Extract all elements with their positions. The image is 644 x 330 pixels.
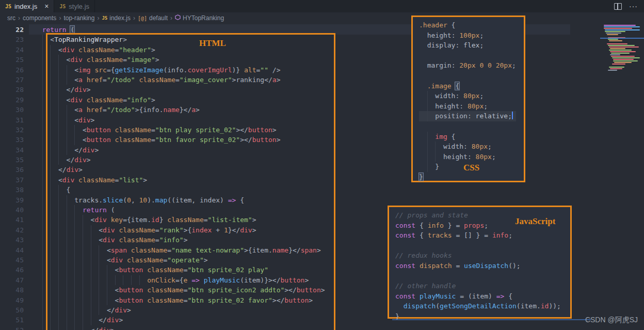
code-line[interactable]: { — [34, 185, 325, 195]
code-line[interactable] — [395, 271, 561, 281]
line-number[interactable]: 30 — [0, 105, 24, 115]
code-line[interactable]: <div> — [34, 115, 325, 125]
split-editor-icon[interactable] — [614, 3, 622, 10]
code-line[interactable]: <div className="image"> — [34, 55, 325, 65]
line-number[interactable]: 35 — [0, 155, 24, 165]
line-number[interactable]: 43 — [0, 235, 24, 245]
line-number[interactable]: 52 — [0, 325, 24, 330]
line-number[interactable]: 49 — [0, 295, 24, 305]
code-line[interactable]: const playMusic = (item) => { — [395, 291, 561, 302]
line-number[interactable]: 26 — [0, 65, 24, 75]
breadcrumb-item-components[interactable]: components — [23, 14, 56, 22]
code-line[interactable] — [395, 241, 561, 251]
indent-guide — [50, 265, 51, 275]
code-line[interactable]: </div> — [34, 145, 325, 155]
code-line[interactable]: <div className="header"> — [34, 45, 325, 55]
code-line[interactable]: height: 100px; — [419, 30, 516, 41]
code-line[interactable]: onClick={e => playMusic(item)}></button> — [34, 275, 325, 285]
code-line[interactable] — [419, 121, 516, 132]
more-actions-icon[interactable]: ··· — [629, 2, 638, 10]
line-number[interactable]: 34 — [0, 145, 24, 155]
code-line[interactable]: <button className="btn sprite_02 play" — [34, 265, 325, 275]
code-line[interactable] — [419, 71, 516, 81]
code-line[interactable]: <div key={item.id} className="list-item"… — [34, 215, 325, 225]
code-line[interactable]: <div className="info"> — [34, 95, 325, 105]
code-line[interactable]: </div> — [34, 315, 325, 325]
code-line[interactable]: <button className="btn play sprite_02"><… — [34, 125, 325, 135]
breadcrumb-item-src[interactable]: src — [7, 14, 15, 22]
code-line[interactable]: const { tracks = [] } = info; — [395, 230, 561, 241]
code-line[interactable]: </div> — [34, 155, 325, 165]
line-number[interactable]: 24 — [0, 45, 24, 55]
code-line[interactable]: <img src={getSizeImage(info.coverImgUrl)… — [34, 65, 325, 75]
code-line[interactable]: </div> — [34, 165, 325, 175]
line-number[interactable]: 31 — [0, 115, 24, 125]
code-line[interactable]: <div className="info"> — [34, 235, 325, 245]
code-line[interactable]: </div> — [34, 85, 325, 95]
code-line[interactable] — [419, 51, 516, 61]
line-number[interactable]: 47 — [0, 275, 24, 285]
breadcrumb-item-top-ranking[interactable]: top-ranking — [63, 14, 94, 22]
line-number[interactable]: 45 — [0, 255, 24, 265]
code-line[interactable]: <button className="btn sprite_icon2 addt… — [34, 285, 325, 295]
line-number[interactable]: 22 — [0, 25, 24, 35]
code-line[interactable]: <a href="/todo">{info.name}</a> — [34, 105, 325, 115]
code-line[interactable]: <div className="operate"> — [34, 255, 325, 265]
line-number[interactable]: 42 — [0, 225, 24, 235]
code-line[interactable]: height: 80px; — [419, 152, 516, 162]
code-line[interactable]: </div> — [34, 305, 325, 315]
line-number[interactable]: 51 — [0, 315, 24, 325]
line-number[interactable]: 23 — [0, 35, 24, 44]
code-line[interactable]: // other handle — [395, 281, 561, 291]
tab-index-js[interactable]: JS index.js × — [0, 0, 54, 12]
code-line[interactable]: margin: 20px 0 0 20px; — [419, 60, 516, 71]
code-line[interactable]: <span className="name text-nowrap">{item… — [34, 245, 325, 255]
code-line[interactable]: .image { — [419, 81, 516, 91]
code-line[interactable]: return ( — [34, 25, 325, 35]
code-line[interactable]: display: flex; — [419, 40, 516, 51]
line-number[interactable]: 29 — [0, 95, 24, 105]
line-number[interactable]: 28 — [0, 85, 24, 95]
code-line[interactable]: <div className="rank">{index + 1}</div> — [34, 225, 325, 235]
code-area[interactable]: return ( <TopRankingWrapper> <div classN… — [34, 25, 325, 330]
code-line[interactable]: return ( — [34, 205, 325, 215]
code-line[interactable]: // redux hooks — [395, 250, 561, 261]
tab-style-js[interactable]: JS style.js — [54, 0, 95, 12]
line-number[interactable]: 40 — [0, 205, 24, 215]
code-line[interactable]: tracks.slice(0, 10).map((item, index) =>… — [34, 195, 325, 205]
code-line[interactable]: dispatch(getSongDetailAction(item.id)); — [395, 301, 561, 311]
minimap[interactable] — [604, 25, 644, 71]
code-line[interactable]: <TopRankingWrapper> — [34, 35, 325, 44]
code-line[interactable]: } — [419, 172, 516, 182]
breadcrumb-item-index.js[interactable]: JSindex.js — [102, 14, 131, 22]
code-line[interactable]: img { — [419, 132, 516, 142]
code-line[interactable]: .header { — [419, 20, 516, 30]
line-number[interactable]: 25 — [0, 55, 24, 65]
code-line[interactable]: <div className="list"> — [34, 175, 325, 185]
line-number[interactable]: 38 — [0, 185, 24, 195]
line-number[interactable]: 32 — [0, 125, 24, 135]
code-line[interactable]: position: relative; — [419, 111, 516, 121]
line-number[interactable]: 36 — [0, 165, 24, 175]
close-tab-icon[interactable]: × — [44, 3, 49, 10]
line-number[interactable]: 27 — [0, 75, 24, 85]
line-number[interactable]: 41 — [0, 215, 24, 225]
line-number[interactable]: 50 — [0, 305, 24, 315]
code-line[interactable]: width: 80px; — [419, 91, 516, 101]
code-line[interactable]: <button className="btn sprite_02 favor">… — [34, 295, 325, 305]
line-number[interactable]: 44 — [0, 245, 24, 255]
line-number[interactable]: 33 — [0, 135, 24, 145]
line-number[interactable]: 39 — [0, 195, 24, 205]
code-line[interactable]: <button className="btn favor sprite_02">… — [34, 135, 325, 145]
breadcrumb-item-default[interactable]: [@]default — [138, 14, 168, 22]
code-line[interactable]: const dispatch = useDispatch(); — [395, 261, 561, 271]
line-number[interactable]: 37 — [0, 175, 24, 185]
breadcrumb-item-hytopranking[interactable]: HYTopRanking — [175, 14, 224, 22]
line-numbers-gutter[interactable]: 2223242526272829303132333435363738394041… — [0, 25, 24, 330]
code-line[interactable]: </div> — [34, 325, 325, 330]
code-line[interactable]: width: 80px; — [419, 142, 516, 152]
code-line[interactable]: <a href="/todo" className="image_cover">… — [34, 75, 325, 85]
line-number[interactable]: 48 — [0, 285, 24, 295]
code-line[interactable]: height: 80px; — [419, 101, 516, 112]
line-number[interactable]: 46 — [0, 265, 24, 275]
